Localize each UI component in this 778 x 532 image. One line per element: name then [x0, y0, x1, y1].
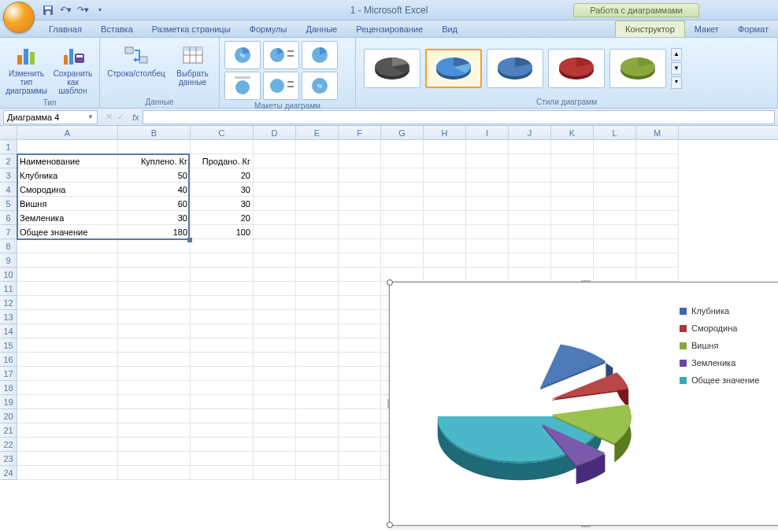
cell[interactable] [339, 423, 381, 438]
cell[interactable] [254, 423, 296, 438]
cell[interactable] [17, 452, 118, 466]
save-as-template-button[interactable]: Сохранить как шаблон [51, 41, 94, 97]
cancel-icon[interactable]: ✕ [106, 112, 113, 122]
cell[interactable] [636, 239, 679, 253]
cell[interactable] [118, 338, 191, 353]
row-header[interactable]: 2 [0, 154, 17, 168]
cell[interactable] [636, 253, 679, 268]
cell[interactable]: Общее значение [17, 225, 118, 239]
cell[interactable] [191, 310, 254, 324]
cell[interactable] [339, 409, 381, 423]
cell[interactable] [17, 268, 118, 282]
cells-area[interactable]: Клубника Смородина Вишня Земленика Общее… [17, 140, 778, 480]
cell[interactable] [339, 239, 381, 253]
cell[interactable] [339, 211, 381, 225]
cell[interactable] [296, 225, 339, 239]
cell[interactable] [424, 225, 466, 239]
cell[interactable] [254, 409, 296, 423]
row-header[interactable]: 8 [0, 239, 17, 253]
cell[interactable] [381, 225, 424, 239]
cell[interactable] [17, 438, 118, 452]
cell[interactable] [296, 310, 339, 324]
cell[interactable]: Клубника [17, 168, 118, 183]
cell[interactable] [509, 225, 551, 239]
tab-layout[interactable]: Макет [685, 21, 728, 37]
row-header[interactable]: 12 [0, 296, 17, 310]
row-header[interactable]: 22 [0, 438, 17, 452]
cell[interactable] [254, 168, 296, 183]
row-header[interactable]: 19 [0, 395, 17, 409]
cell[interactable]: 40 [118, 183, 191, 197]
row-header[interactable]: 24 [0, 466, 17, 480]
row-header[interactable]: 11 [0, 282, 17, 296]
cell[interactable] [296, 211, 339, 225]
cell[interactable] [466, 225, 509, 239]
cell[interactable] [339, 296, 381, 310]
cell[interactable] [296, 282, 339, 296]
col-header-f[interactable]: F [339, 126, 381, 139]
cell[interactable] [636, 140, 679, 154]
cell[interactable]: Смородина [17, 183, 118, 197]
cell[interactable] [424, 197, 466, 211]
row-header[interactable]: 4 [0, 183, 17, 197]
cell[interactable] [254, 381, 296, 395]
cell[interactable] [17, 367, 118, 381]
cell[interactable] [594, 211, 636, 225]
col-header-j[interactable]: J [509, 126, 551, 139]
cell[interactable] [254, 324, 296, 338]
cell[interactable] [254, 268, 296, 282]
cell[interactable] [118, 296, 191, 310]
cell[interactable] [594, 225, 636, 239]
cell[interactable] [254, 438, 296, 452]
undo-icon[interactable]: ↶▾ [58, 3, 72, 17]
cell[interactable] [118, 353, 191, 367]
qat-more-icon[interactable]: ▾ [93, 3, 107, 17]
row-header[interactable]: 7 [0, 225, 17, 239]
cell[interactable] [509, 211, 551, 225]
row-header[interactable]: 1 [0, 140, 17, 154]
cell[interactable] [551, 253, 594, 268]
cell[interactable] [551, 154, 594, 168]
cell[interactable] [296, 395, 339, 409]
save-icon[interactable] [41, 3, 55, 17]
col-header-k[interactable]: K [551, 126, 594, 139]
gallery-more[interactable]: ▾ [671, 76, 682, 89]
cell[interactable] [381, 140, 424, 154]
cell[interactable] [509, 183, 551, 197]
cell[interactable] [191, 367, 254, 381]
cell[interactable] [17, 296, 118, 310]
cell[interactable] [594, 197, 636, 211]
cell[interactable] [339, 324, 381, 338]
cell[interactable] [296, 154, 339, 168]
cell[interactable] [17, 140, 118, 154]
cell[interactable] [296, 381, 339, 395]
cell[interactable]: Продано. Кг [191, 154, 254, 168]
cell[interactable] [296, 296, 339, 310]
chart-layout-6[interactable]: % [302, 72, 338, 100]
cell[interactable] [191, 381, 254, 395]
cell[interactable] [339, 381, 381, 395]
cell[interactable] [381, 168, 424, 183]
cell[interactable] [254, 395, 296, 409]
cell[interactable] [466, 268, 509, 282]
cell[interactable] [296, 409, 339, 423]
cell[interactable] [381, 154, 424, 168]
cell[interactable] [339, 154, 381, 168]
office-button[interactable] [3, 2, 35, 33]
cell[interactable] [17, 253, 118, 268]
cell[interactable]: 50 [118, 168, 191, 183]
cell[interactable] [424, 253, 466, 268]
cell[interactable] [509, 268, 551, 282]
cell[interactable] [118, 140, 191, 154]
cell[interactable] [254, 225, 296, 239]
cell[interactable] [424, 268, 466, 282]
cell[interactable] [339, 282, 381, 296]
cell[interactable] [191, 466, 254, 480]
cell[interactable]: 60 [118, 197, 191, 211]
cell[interactable] [191, 338, 254, 353]
cell[interactable] [17, 395, 118, 409]
cell[interactable] [551, 140, 594, 154]
row-header[interactable]: 20 [0, 409, 17, 423]
cell[interactable] [509, 140, 551, 154]
cell[interactable] [296, 466, 339, 480]
